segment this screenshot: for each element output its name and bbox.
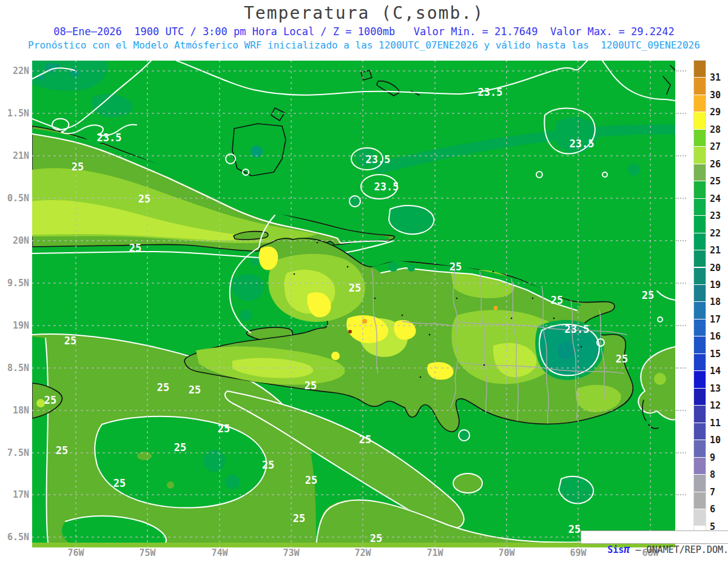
colorbar-cell — [694, 78, 706, 94]
colorbar-swatches — [694, 61, 706, 544]
contour-label: 25 — [370, 532, 382, 544]
contour-label: 25 — [174, 441, 186, 453]
colorbar-tick-label: 11 — [710, 418, 721, 429]
colorbar-cell — [694, 440, 706, 457]
colorbar-tick-label: 6 — [710, 504, 715, 515]
colorbar-tick-label: 13 — [710, 383, 721, 394]
gridline-extension — [676, 198, 686, 199]
contour-label: 25 — [305, 474, 317, 486]
contour-label: 25 — [642, 289, 654, 301]
lat-tick-label: 1.5N — [0, 108, 29, 119]
contour-label: 25 — [113, 477, 126, 489]
contour-label: 25 — [450, 261, 462, 273]
colorbar-cell — [694, 354, 706, 370]
gridline-extension — [676, 70, 686, 72]
contour-label: 23.5 — [478, 86, 503, 98]
colorbar-cell — [694, 285, 706, 301]
gridline-extension — [676, 240, 686, 241]
lon-tick-label: 70W — [488, 547, 525, 558]
contour-label: 25 — [293, 512, 305, 524]
contour-label: 25 — [568, 523, 581, 535]
colorbar-cell — [694, 112, 706, 129]
credit-brand: Sis — [607, 544, 624, 555]
subtitle-datetime: 08–Ene–2026 1900 UTC / 3:00 pm Hora Loca… — [0, 25, 728, 38]
contour-label: 23.5 — [570, 138, 595, 150]
contour-label: 25 — [129, 242, 141, 254]
lat-tick-label: 21N — [0, 150, 29, 161]
contour-label: 25 — [189, 384, 201, 396]
colorbar-cell — [694, 147, 706, 163]
contour-label: 25 — [262, 459, 274, 471]
colorbar-tick-label: 20 — [710, 263, 721, 273]
lat-tick-label: 8.5N — [0, 363, 29, 373]
contour-label: 23.5 — [97, 132, 122, 144]
gridline-extension — [676, 283, 686, 284]
colorbar-tick-label: 10 — [710, 435, 721, 446]
colorbar-tick-label: 7 — [710, 487, 715, 498]
lat-tick-label: 9.5N — [0, 278, 29, 289]
colorbar-tick-label: 25 — [710, 176, 721, 187]
colorbar-tick-label: 14 — [710, 366, 721, 376]
lat-tick-label: 6.5N — [0, 532, 29, 543]
colorbar-cell — [694, 509, 706, 526]
gridline-extension — [676, 325, 686, 326]
colorbar-tick-label: 16 — [710, 331, 721, 342]
colorbar-tick-label: 19 — [710, 279, 721, 290]
lat-tick-label: 0.5N — [0, 193, 29, 204]
colorbar-tick-label: 28 — [710, 124, 721, 135]
colorbar-cell — [694, 216, 706, 232]
colorbar-tick-label: 8 — [710, 469, 715, 480]
contour-label: 25 — [349, 282, 361, 294]
lon-tick-label: 75W — [129, 547, 166, 558]
lat-tick-label: 19N — [0, 320, 29, 331]
lon-tick-label: 76W — [58, 547, 94, 558]
contour-label: 23.5 — [374, 181, 399, 193]
lon-tick-label: 71W — [417, 547, 453, 558]
gridline-extension — [676, 452, 686, 453]
colorbar-cell — [694, 199, 706, 215]
colorbar-tick-label: 30 — [710, 90, 721, 101]
colorbar-tick-label: 15 — [710, 349, 721, 360]
lat-tick-label: 17N — [0, 489, 29, 500]
colorbar-tick-label: 29 — [710, 107, 721, 118]
weather-map-page: Temperatura (C,somb.) 08–Ene–2026 1900 U… — [0, 0, 728, 562]
contour-label: 25 — [157, 381, 169, 393]
contour-label: 25 — [218, 423, 230, 435]
colorbar-tick-label: 22 — [710, 228, 721, 239]
gridline-extension — [676, 155, 686, 156]
contour-label: 25 — [359, 433, 371, 446]
colorbar-tick-label: 31 — [710, 72, 721, 83]
lat-tick-label: 20N — [0, 235, 29, 246]
page-title: Temperatura (C,somb.) — [0, 3, 728, 23]
contour-label: 23.5 — [366, 153, 391, 166]
lat-tick-label: 18N — [0, 405, 29, 416]
colorbar-cell — [694, 130, 706, 146]
colorbar-cell — [694, 95, 706, 112]
lat-tick-label: 7.5N — [0, 447, 29, 458]
temperature-shaded-map: 23.525252523.523.523.523.525252523.52525… — [32, 61, 675, 547]
colorbar-tick-label: 26 — [710, 159, 721, 170]
contour-label: 25 — [616, 353, 628, 365]
bottom-edge-strip — [32, 543, 675, 547]
colorbar-cell — [694, 319, 706, 336]
gridline-extension — [676, 367, 686, 369]
colorbar-cell — [694, 423, 706, 440]
contour-label: 25 — [72, 161, 84, 173]
colorbar-cell — [694, 406, 706, 422]
colorbar-cell — [694, 458, 706, 474]
contour-label: 25 — [56, 444, 68, 457]
colorbar-tick-label: 27 — [710, 141, 721, 152]
lat-tick-label: 22N — [0, 65, 29, 76]
subtitle-model-validity: Pronóstico con el Modelo Atmósferico WRF… — [0, 39, 728, 51]
colorbar: 3130292827262524232221201918171615141312… — [694, 61, 728, 546]
map-canvas: 23.525252523.523.523.523.525252523.52525… — [32, 61, 675, 547]
contour-label: 25 — [64, 335, 76, 347]
colorbar-cell — [694, 250, 706, 267]
colorbar-cell — [694, 389, 706, 405]
contour-label: 25 — [138, 193, 150, 205]
colorbar-tick-label: 18 — [710, 296, 721, 307]
colorbar-cell — [694, 302, 706, 318]
colorbar-tick-label: 23 — [710, 210, 721, 221]
credit-badge: Sisπ – ONAMET/REP.DOM. — [581, 530, 728, 544]
colorbar-tick-label: 9 — [710, 452, 715, 463]
